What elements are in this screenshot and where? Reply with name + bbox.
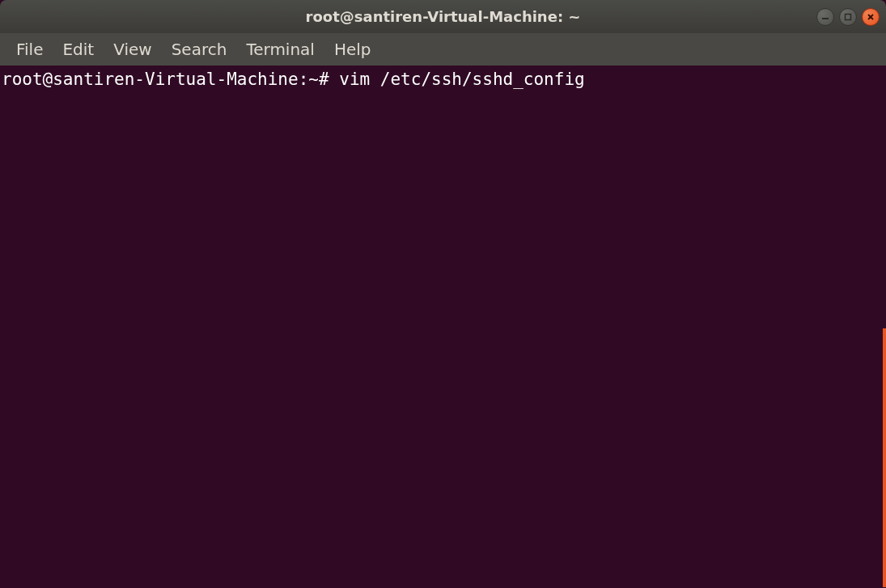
minimize-button[interactable] — [816, 8, 834, 26]
window-titlebar: root@santiren-Virtual-Machine: ~ — [0, 0, 886, 33]
menu-help[interactable]: Help — [324, 35, 381, 64]
minimize-icon — [820, 12, 830, 22]
close-button[interactable] — [862, 8, 880, 26]
menubar: File Edit View Search Terminal Help — [0, 33, 886, 66]
terminal-line: root@santiren-Virtual-Machine:~# vim /et… — [2, 69, 884, 90]
shell-prompt: root@santiren-Virtual-Machine:~# — [2, 70, 329, 89]
menu-edit[interactable]: Edit — [53, 35, 104, 64]
menu-view[interactable]: View — [104, 35, 161, 64]
svg-rect-1 — [846, 14, 851, 19]
scrollbar-thumb[interactable] — [883, 328, 886, 587]
shell-command: vim /etc/ssh/sshd_config — [339, 70, 584, 89]
terminal-body[interactable]: root@santiren-Virtual-Machine:~# vim /et… — [0, 66, 886, 588]
menu-file[interactable]: File — [6, 35, 53, 64]
window-title: root@santiren-Virtual-Machine: ~ — [306, 8, 581, 25]
maximize-icon — [843, 12, 853, 22]
maximize-button[interactable] — [839, 8, 857, 26]
close-icon — [866, 12, 875, 22]
window-controls — [816, 8, 880, 26]
menu-search[interactable]: Search — [162, 35, 237, 64]
menu-terminal[interactable]: Terminal — [236, 35, 324, 64]
